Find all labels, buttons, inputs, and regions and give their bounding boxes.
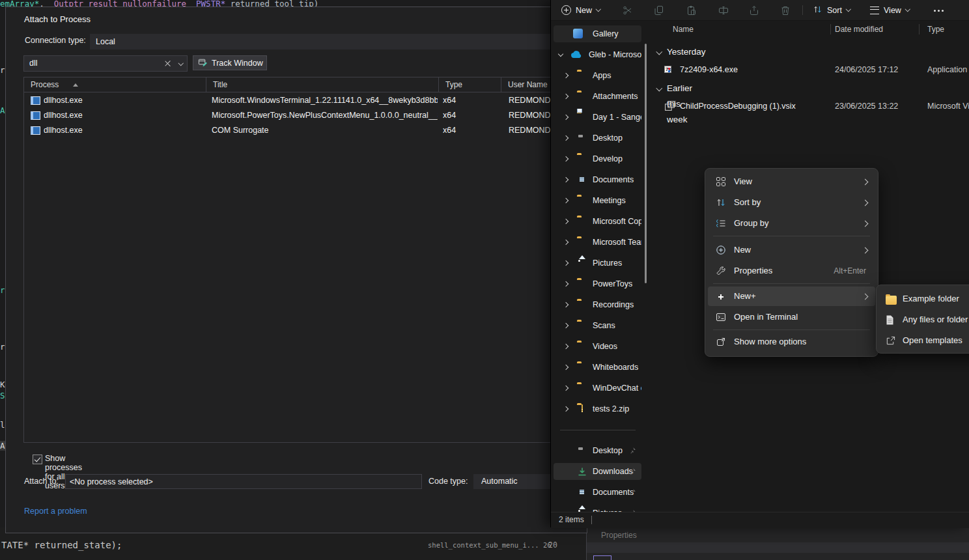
chevron-down-icon[interactable]	[558, 51, 563, 57]
chevron-right-icon[interactable]	[563, 385, 569, 391]
share-icon[interactable]	[749, 5, 759, 16]
chevron-right-icon[interactable]	[563, 115, 569, 120]
column-separator[interactable]	[830, 24, 831, 35]
track-window-button[interactable]: Track Window	[193, 55, 267, 70]
sidebar-item-pictures[interactable]: Pictures	[554, 255, 641, 272]
clear-filter-icon[interactable]	[164, 60, 171, 67]
properties-focus-box[interactable]	[593, 555, 611, 560]
menu-item-new-plus[interactable]: New+	[708, 287, 875, 306]
sidebar-item-develop[interactable]: Develop	[554, 150, 641, 167]
chevron-down-icon[interactable]	[656, 85, 662, 91]
chevron-right-icon[interactable]	[563, 344, 569, 349]
chevron-right-icon[interactable]	[563, 365, 569, 370]
sidebar-item-scans[interactable]: Scans	[554, 317, 641, 334]
chevron-right-icon[interactable]	[563, 219, 569, 224]
codelens-annotation[interactable]: shell_context_sub_menu_i... 26	[428, 541, 552, 549]
expand-icon	[716, 337, 726, 347]
sidebar-item-desktop[interactable]: Desktop	[554, 130, 641, 147]
file-row-vsix[interactable]: ChildProcessDebugging (1).vsix 23/06/202…	[647, 98, 969, 115]
sidebar-item-gallery[interactable]: Gallery	[554, 25, 641, 42]
column-header-title[interactable]: Title	[206, 77, 439, 92]
copy-icon[interactable]	[654, 5, 664, 16]
sidebar-item-videos[interactable]: Videos	[554, 338, 641, 355]
cut-icon[interactable]	[623, 5, 633, 16]
sidebar-pinned-documents[interactable]: Documents	[554, 484, 641, 501]
chevron-right-icon[interactable]	[563, 177, 569, 182]
sidebar-item-meetings[interactable]: Meetings	[554, 192, 641, 209]
attach-to-field[interactable]: <No process selected>	[65, 474, 422, 489]
sidebar-item-windevchat[interactable]: WinDevChat c	[554, 380, 641, 397]
codelens-count[interactable]: 20	[548, 540, 557, 550]
chevron-right-icon[interactable]	[563, 323, 569, 328]
chevron-right-icon[interactable]	[563, 406, 569, 412]
process-table: Process Title Type User Name dllhost.exe…	[23, 77, 576, 443]
menu-item-properties[interactable]: Properties Alt+Enter	[708, 261, 875, 281]
sidebar-item-microsoft-cop[interactable]: Microsoft Cop	[554, 213, 641, 230]
sidebar-pinned-downloads[interactable]: Downloads	[554, 463, 641, 480]
sidebar-item-recordings[interactable]: Recordings	[554, 296, 641, 313]
chevron-right-icon[interactable]	[563, 73, 569, 78]
chevron-right-icon[interactable]	[563, 302, 569, 307]
properties-panel-title: Properties	[601, 531, 637, 540]
chevron-right-icon[interactable]	[563, 156, 569, 161]
rename-icon[interactable]	[718, 5, 729, 16]
attach-to-label: Attach to:	[24, 477, 59, 486]
chevron-right-icon[interactable]	[563, 240, 569, 245]
sidebar-item-attachments[interactable]: Attachments	[554, 88, 641, 105]
table-row[interactable]: dllhost.exe Microsoft.WindowsTerminal_1.…	[24, 93, 575, 108]
sidebar-item-whiteboards[interactable]: Whiteboards	[554, 359, 641, 376]
new-button[interactable]: New	[556, 2, 606, 18]
sidebar-scrollbar[interactable]	[645, 44, 647, 283]
process-filter-input[interactable]: dll	[23, 55, 188, 72]
show-all-users-checkbox[interactable]	[33, 455, 42, 464]
track-window-label: Track Window	[212, 59, 263, 68]
sidebar-item-microsoft-tear[interactable]: Microsoft Tear	[554, 234, 641, 251]
chevron-right-icon[interactable]	[563, 94, 569, 99]
file-row-7zip[interactable]: 7z 7z2409-x64.exe 24/06/2025 17:12 Appli…	[647, 61, 969, 78]
sidebar-pinned-desktop[interactable]: Desktop	[554, 442, 641, 459]
sidebar-item-apps[interactable]: Apps	[554, 67, 641, 84]
menu-item-sort-by[interactable]: Sort by	[708, 193, 875, 212]
chevron-right-icon[interactable]	[563, 198, 569, 203]
more-options-button[interactable]	[929, 2, 951, 18]
menu-item-new[interactable]: New	[708, 240, 875, 260]
menu-item-group-by[interactable]: Group by	[708, 214, 875, 233]
menu-item-open-in-terminal[interactable]: Open in Terminal	[708, 307, 875, 327]
menu-item-view[interactable]: View	[708, 172, 875, 191]
menu-item-show-more-options[interactable]: Show more options	[708, 332, 875, 352]
sidebar-item-powertoys[interactable]: PowerToys	[554, 275, 641, 292]
dialog-title: Attach to Process	[24, 14, 91, 24]
submenu-item-open-templates[interactable]: Open templates	[879, 331, 969, 350]
sidebar-item-day1[interactable]: Day 1 - Sangee	[554, 109, 641, 126]
filter-dropdown-icon[interactable]	[178, 61, 183, 66]
chevron-down-icon[interactable]	[656, 49, 662, 55]
table-row[interactable]: dllhost.exe COM Surrogate x64 REDMOND	[24, 123, 575, 138]
chevron-right-icon[interactable]	[563, 135, 569, 141]
table-row[interactable]: dllhost.exe Microsoft.PowerToys.NewPlusC…	[24, 108, 575, 123]
submenu-arrow-icon	[862, 294, 869, 300]
chevron-right-icon[interactable]	[563, 281, 569, 287]
chevron-down-icon	[596, 7, 601, 12]
submenu-item-any-files[interactable]: Any files or folder	[879, 310, 969, 329]
sidebar-item-documents[interactable]: Documents	[554, 171, 641, 188]
column-header-type[interactable]: Type	[439, 77, 501, 92]
explorer-command-bar: New Sort	[551, 0, 969, 21]
sort-arrows-icon	[716, 197, 726, 208]
column-header-process[interactable]: Process	[24, 77, 206, 92]
sort-button[interactable]: Sort	[808, 2, 855, 18]
column-separator[interactable]	[919, 24, 920, 35]
paste-icon[interactable]	[686, 5, 697, 16]
report-problem-link[interactable]: Report a problem	[24, 507, 87, 516]
sidebar-item-onedrive[interactable]: Gleb - Microsoft	[554, 46, 641, 63]
submenu-item-example-folder[interactable]: Example folder	[879, 289, 969, 309]
view-button[interactable]: View	[865, 2, 914, 18]
chevron-right-icon[interactable]	[563, 260, 569, 266]
sidebar-item-tests-zip[interactable]: tests 2.zip	[554, 400, 641, 417]
column-header-name[interactable]: Name	[673, 20, 694, 38]
connection-type-combobox[interactable]: Local	[90, 34, 588, 49]
menu-shortcut: Alt+Enter	[834, 261, 866, 281]
column-header-date[interactable]: Date modified	[835, 20, 883, 38]
delete-icon[interactable]	[780, 5, 791, 16]
column-header-type[interactable]: Type	[927, 20, 944, 38]
vsix-icon	[664, 100, 675, 111]
